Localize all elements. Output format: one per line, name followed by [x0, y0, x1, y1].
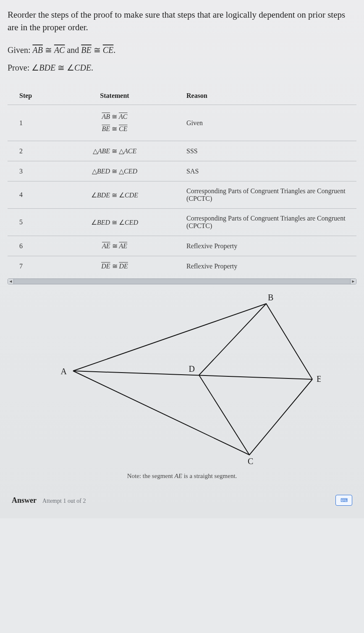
proof-table: Step Statement Reason 1AB ≅ ACBE ≅ CEGiv…	[8, 88, 356, 276]
horizontal-scrollbar[interactable]: ◄ ►	[8, 278, 356, 284]
cell-statement: AB ≅ ACBE ≅ CE	[45, 105, 184, 141]
cell-reason: Corresponding Parts of Congruent Triangl…	[184, 209, 356, 236]
cell-reason: SAS	[184, 161, 356, 181]
cell-statement: △BED ≅ △CED	[45, 161, 184, 181]
table-row[interactable]: 4∠BDE ≅ ∠CDECorresponding Parts of Congr…	[8, 181, 356, 209]
edge-ac-ce	[73, 371, 312, 455]
table-row[interactable]: 7DE ≅ DEReflexive Property	[8, 256, 356, 276]
cell-reason: Reflexive Property	[184, 236, 356, 256]
col-header-step: Step	[8, 88, 45, 105]
cell-step: 1	[8, 105, 45, 141]
cell-statement: △ABE ≅ △ACE	[45, 141, 184, 161]
answer-label: Answer	[12, 496, 37, 504]
attempt-text: Attempt 1 out of 2	[42, 498, 86, 504]
cell-step: 2	[8, 141, 45, 161]
table-row[interactable]: 1AB ≅ ACBE ≅ CEGiven	[8, 105, 356, 141]
scroll-left-icon[interactable]: ◄	[8, 279, 14, 284]
table-header-row: Step Statement Reason	[8, 88, 356, 105]
prove-line: Prove: ∠BDE ≅ ∠CDE.	[8, 63, 356, 73]
proof-table-body: 1AB ≅ ACBE ≅ CEGiven2△ABE ≅ △ACESSS3△BED…	[8, 105, 356, 276]
cell-statement: ∠BED ≅ ∠CED	[45, 209, 184, 236]
label-D: D	[189, 364, 194, 373]
instructions-text: Reorder the steps of the proof to make s…	[8, 8, 356, 34]
table-row[interactable]: 5∠BED ≅ ∠CEDCorresponding Parts of Congr…	[8, 209, 356, 236]
cell-reason: Given	[184, 105, 356, 141]
prove-math: ∠BDE ≅ ∠CDE.	[31, 63, 93, 72]
label-C: C	[248, 457, 253, 466]
cell-statement: DE ≅ DE	[45, 256, 184, 276]
label-E: E	[317, 374, 321, 383]
edge-db	[199, 304, 266, 375]
given-line: Given: AB ≅ AC and BE ≅ CE.	[8, 45, 356, 55]
cell-step: 5	[8, 209, 45, 236]
scroll-right-icon[interactable]: ►	[350, 279, 356, 284]
given-label: Given:	[8, 45, 32, 55]
cell-step: 4	[8, 181, 45, 209]
cell-reason: SSS	[184, 141, 356, 161]
table-row[interactable]: 3△BED ≅ △CEDSAS	[8, 161, 356, 181]
cell-reason: Corresponding Parts of Congruent Triangl…	[184, 181, 356, 209]
answer-row: Answer Attempt 1 out of 2 ⌨	[8, 495, 356, 506]
cell-step: 7	[8, 256, 45, 276]
geometry-figure: A B C D E	[8, 291, 356, 468]
prove-label: Prove:	[8, 63, 31, 72]
cell-statement: ∠BDE ≅ ∠CDE	[45, 181, 184, 209]
proof-table-wrap: Step Statement Reason 1AB ≅ ACBE ≅ CEGiv…	[8, 88, 356, 285]
page: Reorder the steps of the proof to make s…	[0, 0, 364, 518]
keypad-button[interactable]: ⌨	[335, 495, 352, 506]
figure-svg: A B C D E	[44, 291, 321, 468]
col-header-statement: Statement	[45, 88, 184, 105]
cell-step: 3	[8, 161, 45, 181]
keyboard-icon: ⌨	[340, 497, 348, 504]
cell-step: 6	[8, 236, 45, 256]
table-row[interactable]: 6AE ≅ AEReflexive Property	[8, 236, 356, 256]
label-B: B	[268, 293, 273, 302]
figure-note: Note: the segment AE is a straight segme…	[8, 473, 356, 480]
answer-block: Answer Attempt 1 out of 2	[12, 496, 86, 505]
table-row[interactable]: 2△ABE ≅ △ACESSS	[8, 141, 356, 161]
cell-reason: Reflexive Property	[184, 256, 356, 276]
col-header-reason: Reason	[184, 88, 356, 105]
cell-statement: AE ≅ AE	[45, 236, 184, 256]
label-A: A	[60, 367, 67, 376]
given-math: AB ≅ AC and BE ≅ CE.	[32, 45, 115, 55]
